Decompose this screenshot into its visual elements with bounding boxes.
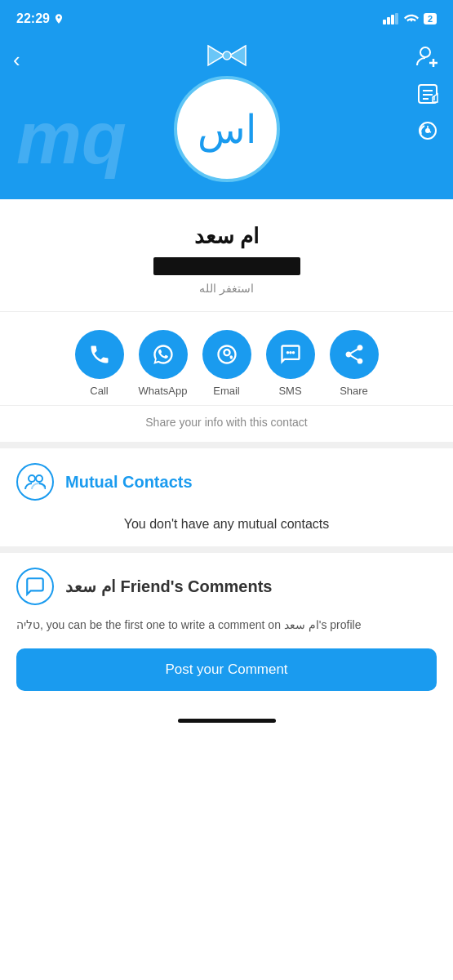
action-buttons: Call WhatsApp Email SMS: [0, 312, 453, 406]
header-right-icons: [415, 44, 440, 148]
call-icon-circle: [75, 330, 124, 379]
svg-point-20: [291, 351, 295, 354]
friends-comments-title: ام سعدFriend's Comments: [65, 577, 272, 596]
svg-point-4: [223, 51, 231, 60]
home-indicator: [0, 707, 453, 729]
svg-rect-3: [395, 13, 398, 24]
profile-status: استغفر الله: [199, 282, 254, 295]
avatar-area: اس: [174, 44, 280, 182]
profile-phone-redacted: [153, 257, 300, 275]
email-action[interactable]: Email: [202, 330, 251, 397]
post-comment-button[interactable]: Post your Comment: [16, 648, 437, 691]
status-time: 22:29: [16, 11, 64, 26]
profile-info: ام سعد استغفر الله: [0, 199, 453, 312]
svg-point-5: [420, 47, 430, 57]
signal-icon: [383, 13, 399, 24]
share-icon-circle: [330, 330, 379, 379]
share-label: Share: [340, 385, 368, 397]
battery-badge: 2: [424, 13, 437, 24]
comment-icon: [24, 576, 46, 597]
phone-icon: [88, 343, 111, 366]
group-icon: [24, 473, 46, 491]
friends-comments-label: Friend's Comments: [121, 577, 273, 595]
back-button[interactable]: ‹: [13, 47, 20, 73]
notes-icon: [416, 82, 439, 105]
friends-comments-section: ام سعدFriend's Comments טליה, you can be…: [0, 553, 453, 707]
call-action[interactable]: Call: [75, 330, 124, 397]
mutual-contacts-icon-circle: [16, 463, 54, 501]
svg-rect-1: [387, 17, 390, 24]
svg-point-19: [289, 351, 292, 354]
email-icon-circle: [202, 330, 251, 379]
mutual-contacts-title: Mutual Contacts: [65, 473, 193, 492]
call-label: Call: [90, 385, 108, 397]
header: ‹ mq اس: [0, 36, 453, 199]
email-icon: [215, 343, 238, 366]
contact-name-in-title: ام سعد: [65, 577, 116, 595]
pending-button[interactable]: [416, 119, 439, 148]
watermark: mq: [16, 101, 127, 175]
sms-icon-circle: [266, 330, 315, 379]
share-icon: [343, 343, 366, 366]
svg-rect-0: [383, 20, 386, 24]
notes-button[interactable]: [416, 82, 439, 111]
share-action[interactable]: Share: [330, 330, 379, 397]
whatsapp-icon: [152, 343, 175, 366]
mutual-contacts-empty: You don't have any mutual contacts: [16, 512, 437, 535]
sms-action[interactable]: SMS: [266, 330, 315, 397]
status-icons: 2: [383, 13, 437, 24]
friends-comments-header: ام سعدFriend's Comments: [16, 568, 437, 605]
share-info-text: Share your info with this contact: [0, 406, 453, 448]
comments-icon-circle: [16, 568, 54, 605]
home-bar: [178, 719, 276, 723]
profile-name: ام سعد: [194, 224, 259, 249]
status-bar: 22:29 2: [0, 0, 453, 36]
whatsapp-label: WhatsApp: [139, 385, 188, 397]
add-contact-button[interactable]: [415, 44, 440, 74]
mutual-contacts-section: Mutual Contacts You don't have any mutua…: [0, 448, 453, 553]
comment-prompt-text: טליה, you can be the first one to write …: [16, 617, 437, 634]
sms-label: SMS: [278, 385, 301, 397]
svg-marker-12: [433, 94, 437, 102]
location-icon: [53, 13, 64, 24]
wifi-icon: [404, 13, 419, 24]
svg-point-22: [36, 475, 42, 482]
avatar: اس: [174, 76, 280, 182]
whatsapp-action[interactable]: WhatsApp: [139, 330, 188, 397]
time-label: 22:29: [16, 11, 50, 26]
svg-point-18: [286, 351, 289, 354]
email-label: Email: [213, 385, 240, 397]
svg-point-21: [29, 475, 35, 482]
mutual-contacts-header: Mutual Contacts: [16, 463, 437, 501]
svg-rect-2: [391, 15, 394, 24]
whatsapp-icon-circle: [139, 330, 188, 379]
pending-icon: [416, 119, 439, 142]
bowtie-icon: [207, 44, 247, 73]
add-contact-icon: [415, 44, 440, 69]
sms-icon: [279, 343, 302, 366]
avatar-initials: اس: [198, 106, 256, 152]
